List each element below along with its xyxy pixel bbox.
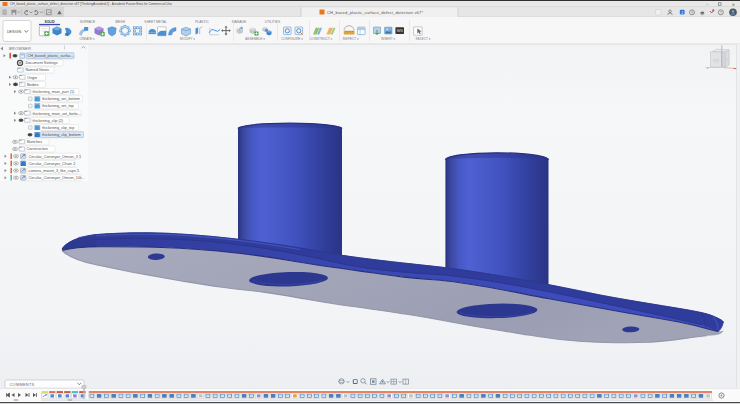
svg-text:Circular_Conveyor_Omron_3 1: Circular_Conveyor_Omron_3 1 (29, 155, 82, 159)
svg-text:DESIGN: DESIGN (7, 30, 21, 34)
svg-text:CONSTRUCT ▾: CONSTRUCT ▾ (310, 37, 333, 41)
svg-text:thickening_main_set_botto...: thickening_main_set_botto... (33, 112, 81, 116)
svg-text:MODIFY ▾: MODIFY ▾ (180, 37, 195, 41)
svg-text:CREATE ▾: CREATE ▾ (79, 37, 95, 41)
svg-text:?: ? (720, 11, 722, 15)
svg-text:Construction: Construction (27, 147, 48, 151)
svg-text:SELECT ▾: SELECT ▾ (416, 37, 431, 41)
svg-text:SHEET METAL: SHEET METAL (144, 20, 167, 24)
svg-text:Named Views: Named Views (26, 68, 49, 72)
svg-text:MESH: MESH (115, 20, 125, 24)
svg-text:Circular_Conveyor_Chain 1: Circular_Conveyor_Chain 1 (29, 162, 76, 166)
svg-text:thickening_main_part (1): thickening_main_part (1) (33, 90, 76, 94)
svg-text:J: J (681, 11, 683, 15)
svg-text:SURFACE: SURFACE (80, 20, 96, 24)
svg-text:INSPECT ▾: INSPECT ▾ (342, 37, 359, 41)
svg-text:camera_mount_3_like_caps 1: camera_mount_3_like_caps 1 (29, 169, 80, 173)
svg-text:SOLID: SOLID (44, 20, 55, 24)
svg-text:Sketches: Sketches (27, 140, 43, 144)
svg-text:PLASTIC: PLASTIC (195, 20, 209, 24)
svg-text:COMMENTS: COMMENTS (10, 382, 35, 387)
svg-text:CH_based_plastic_surfac...: CH_based_plastic_surfac... (28, 54, 74, 58)
svg-text:SVG: SVG (397, 29, 404, 33)
svg-text:INSERT ▾: INSERT ▾ (381, 37, 395, 41)
svg-text:CH_based_plastic_surface_defec: CH_based_plastic_surface_defect_detectio… (327, 10, 423, 15)
svg-text:Circular_Conveyor_Omron_10t...: Circular_Conveyor_Omron_10t... (29, 176, 85, 180)
svg-text:ASSEMBLE ▾: ASSEMBLE ▾ (245, 37, 265, 41)
svg-text:thickening_clip_bottom: thickening_clip_bottom (42, 133, 81, 137)
svg-text:Origin: Origin (27, 76, 37, 80)
svg-text:BROWSER: BROWSER (9, 46, 31, 51)
svg-text:UTILITIES: UTILITIES (265, 20, 281, 24)
svg-text:Document Settings: Document Settings (26, 61, 58, 65)
svg-text:thickening_set_bottom: thickening_set_bottom (42, 97, 80, 101)
svg-text:CH_based_plastic_surface_defec: CH_based_plastic_surface_defect_detectio… (10, 2, 172, 6)
svg-text:MANAGE: MANAGE (232, 20, 247, 24)
svg-text:thickening_clip (2): thickening_clip (2) (33, 119, 64, 123)
svg-text:thickening_set_top: thickening_set_top (42, 104, 74, 108)
svg-text:Bodies: Bodies (27, 83, 39, 87)
svg-text:✕: ✕ (732, 3, 735, 7)
svg-text:thickening_clip_top: thickening_clip_top (42, 126, 74, 130)
svg-text:CONFIGURE ▾: CONFIGURE ▾ (281, 37, 303, 41)
